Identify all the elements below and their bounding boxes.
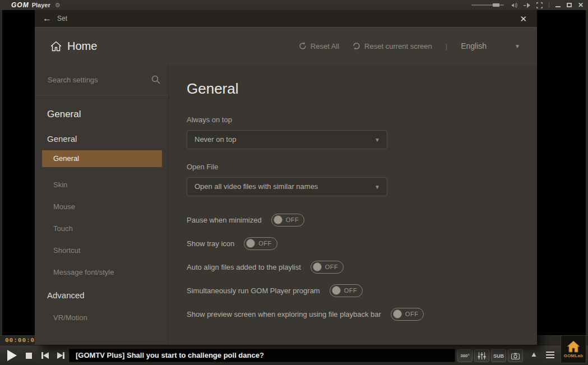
toggle-state: OFF [405, 311, 419, 317]
camera-icon [511, 353, 520, 359]
show-preview-screen-toggle[interactable]: OFF [391, 308, 424, 321]
language-chevron-down-icon[interactable]: ▼ [515, 43, 520, 49]
equalizer-icon [478, 352, 486, 359]
always-on-top-label: Always on top [187, 115, 537, 124]
settings-page-title: Home [67, 40, 97, 53]
screenshot-button[interactable] [508, 349, 523, 362]
maximize-button[interactable] [567, 3, 572, 7]
reset-all-icon [299, 42, 307, 50]
auto-align-playlist-label: Auto align files added to the playlist [187, 263, 301, 271]
sidebar-item-vr-motion[interactable]: VR/Motion [35, 300, 168, 322]
home-bar-separator: | [446, 42, 447, 50]
reset-current-label: Reset current screen [364, 42, 432, 50]
open-file-select[interactable]: Open all video files with similar names … [187, 177, 387, 196]
toggle-knob [393, 309, 402, 318]
sidebar-item-message-font-style[interactable]: Message font/style [35, 255, 168, 276]
simultaneously-run-toggle[interactable]: OFF [330, 284, 363, 297]
home-icon [50, 41, 62, 52]
speaker-icon[interactable] [510, 2, 517, 8]
subtitles-button[interactable]: SUB [491, 349, 506, 362]
search-placeholder: Search settings [48, 76, 98, 84]
next-button[interactable] [57, 352, 64, 359]
sidebar-item-shortcut[interactable]: Shortcut [35, 233, 168, 255]
eject-button[interactable]: ▲ [530, 350, 538, 358]
close-window-button[interactable]: ✕ [578, 1, 584, 9]
elapsed-time: 00:00:00 [5, 337, 39, 344]
titlebar-divider [549, 2, 549, 8]
volume-handle[interactable] [493, 3, 499, 7]
search-icon[interactable] [151, 75, 160, 84]
toggle-knob [332, 286, 341, 295]
language-selector[interactable]: English [461, 41, 487, 50]
stop-button[interactable] [26, 353, 32, 359]
open-file-value: Open all video files with similar names [187, 178, 387, 196]
toggle-knob [274, 215, 283, 224]
sidebar-item-touch[interactable]: Touch [35, 211, 168, 233]
dialog-title: Set [57, 15, 67, 22]
sidebar-heading-general: General [35, 120, 168, 144]
show-preview-screen-label: Show preview screen when exploring using… [187, 310, 381, 318]
toggle-knob [246, 239, 255, 248]
settings-home-bar: Home Reset All Reset current screen [35, 27, 537, 64]
always-on-top-select[interactable]: Never on top ▼ [187, 130, 387, 149]
back-arrow-icon[interactable]: ← [43, 13, 57, 24]
equalizer-button[interactable] [474, 349, 489, 362]
reset-all-button[interactable]: Reset All [299, 42, 339, 50]
toggle-state: OFF [286, 216, 299, 223]
close-dialog-button[interactable]: ✕ [516, 13, 530, 25]
settings-gear-icon[interactable]: ⚙ [55, 2, 61, 9]
settings-sidebar: Search settings General General General … [35, 64, 169, 345]
chevron-down-icon: ▼ [374, 137, 380, 143]
gom-player-window: GOM Player ⚙ ✕ 00:00:00 [0, 0, 588, 365]
simultaneously-run-label: Simultaneously run GOM Player program [187, 287, 320, 295]
window-titlebar: GOM Player ⚙ ✕ [0, 0, 588, 10]
search-settings-input[interactable]: Search settings [35, 64, 168, 95]
player-control-bar: [GOMTV Plus] Shall you start to challeng… [0, 345, 588, 365]
playlist-button[interactable] [546, 352, 554, 358]
gom-logo: GOM [11, 1, 29, 9]
show-tray-icon-label: Show tray icon [187, 239, 234, 248]
sidebar-heading-advanced: Advanced [35, 276, 168, 300]
show-tray-icon-toggle[interactable]: OFF [244, 237, 277, 250]
gomlab-button[interactable]: GOMLab [561, 335, 586, 363]
settings-content: General Always on top Never on top ▼ Ope… [169, 64, 537, 345]
pause-when-minimized-toggle[interactable]: OFF [271, 214, 305, 227]
play-button[interactable] [7, 350, 17, 361]
now-playing-marquee: [GOMTV Plus] Shall you start to challeng… [69, 349, 455, 362]
gomlab-label: GOMLab [564, 353, 584, 358]
gomlab-house-icon [567, 340, 580, 353]
minimize-button[interactable] [555, 6, 561, 7]
auto-align-playlist-toggle[interactable]: OFF [311, 261, 344, 274]
settings-dialog-header: ← Set ✕ [35, 10, 537, 27]
toggle-knob [313, 262, 322, 271]
reset-current-screen-button[interactable]: Reset current screen [353, 42, 432, 50]
sidebar-item-general[interactable]: General [42, 150, 162, 167]
chevron-down-icon: ▼ [374, 184, 380, 190]
sidebar-section-title: General [35, 95, 168, 120]
reset-all-label: Reset All [311, 42, 339, 50]
sidebar-item-mouse[interactable]: Mouse [35, 189, 168, 211]
toggle-state: OFF [325, 264, 339, 270]
volume-slider[interactable] [471, 3, 504, 7]
toggle-state: OFF [258, 240, 272, 247]
toggle-state: OFF [344, 287, 358, 294]
sub-icon: SUB [493, 353, 504, 359]
mute-icon[interactable] [524, 3, 530, 8]
previous-button[interactable] [41, 352, 49, 359]
open-file-label: Open File [187, 163, 537, 171]
player-logo-text: Player [32, 2, 50, 8]
pause-when-minimized-label: Pause when minimized [187, 216, 262, 224]
sidebar-item-skin[interactable]: Skin [35, 167, 168, 189]
settings-dialog: ← Set ✕ Home Reset All [35, 10, 537, 345]
reset-current-icon [353, 42, 360, 50]
content-title: General [187, 80, 537, 98]
deg360-icon: 360° [460, 353, 470, 358]
always-on-top-value: Never on top [187, 131, 387, 149]
video-360-button[interactable]: 360° [457, 349, 473, 362]
fullscreen-icon[interactable] [536, 2, 543, 8]
